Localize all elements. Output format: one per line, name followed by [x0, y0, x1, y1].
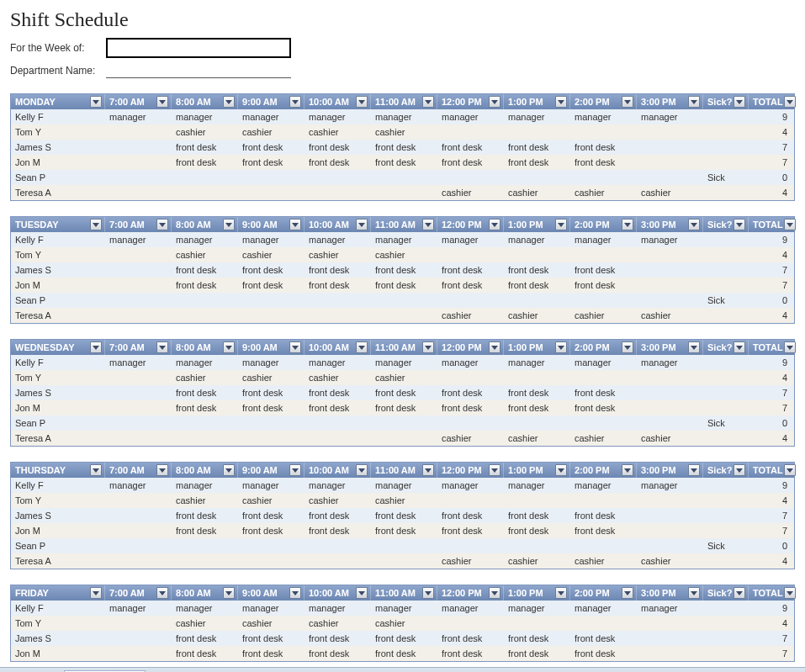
- filter-dropdown-icon[interactable]: [688, 341, 700, 353]
- time-header[interactable]: 3:00 PM: [637, 94, 703, 109]
- shift-cell[interactable]: manager: [637, 232, 703, 247]
- sick-cell[interactable]: [703, 601, 749, 616]
- shift-cell[interactable]: manager: [437, 109, 504, 124]
- time-header[interactable]: 2:00 PM: [570, 217, 637, 232]
- employee-name[interactable]: Tom Y: [11, 616, 105, 631]
- shift-cell[interactable]: manager: [172, 355, 238, 370]
- filter-dropdown-icon[interactable]: [223, 96, 235, 108]
- time-header[interactable]: 8:00 AM: [172, 463, 238, 478]
- filter-dropdown-icon[interactable]: [622, 96, 633, 108]
- employee-name[interactable]: Tom Y: [11, 124, 105, 140]
- filter-dropdown-icon[interactable]: [489, 464, 500, 476]
- shift-cell[interactable]: front desk: [437, 508, 504, 523]
- time-header[interactable]: 7:00 AM: [105, 463, 172, 478]
- shift-cell[interactable]: [172, 293, 238, 308]
- total-cell[interactable]: 9: [749, 478, 798, 493]
- filter-dropdown-icon[interactable]: [223, 219, 235, 230]
- sick-cell[interactable]: [703, 262, 749, 278]
- employee-name[interactable]: Sean P: [11, 415, 105, 431]
- time-header[interactable]: 10:00 AM: [305, 94, 371, 109]
- time-header[interactable]: 10:00 AM: [305, 340, 371, 355]
- sick-cell[interactable]: [703, 478, 749, 493]
- shift-cell[interactable]: [105, 493, 172, 508]
- sick-cell[interactable]: [703, 140, 749, 155]
- time-header[interactable]: 9:00 AM: [238, 217, 305, 232]
- total-cell[interactable]: 9: [749, 601, 798, 616]
- shift-cell[interactable]: manager: [172, 601, 238, 616]
- day-name-header[interactable]: FRIDAY: [11, 585, 105, 601]
- shift-cell[interactable]: [437, 538, 504, 553]
- shift-cell[interactable]: manager: [437, 601, 504, 616]
- shift-cell[interactable]: front desk: [570, 262, 637, 278]
- time-header[interactable]: 11:00 AM: [371, 340, 437, 355]
- shift-cell[interactable]: cashier: [172, 370, 238, 385]
- shift-cell[interactable]: [105, 155, 172, 170]
- filter-dropdown-icon[interactable]: [688, 464, 700, 476]
- filter-dropdown-icon[interactable]: [489, 219, 500, 230]
- shift-cell[interactable]: cashier: [305, 124, 371, 140]
- time-header[interactable]: 7:00 AM: [105, 94, 172, 109]
- shift-cell[interactable]: front desk: [238, 400, 305, 415]
- shift-cell[interactable]: [172, 538, 238, 553]
- shift-cell[interactable]: [437, 370, 504, 385]
- shift-cell[interactable]: [371, 170, 437, 185]
- employee-name[interactable]: Jon M: [11, 278, 105, 293]
- sick-cell[interactable]: [703, 646, 749, 661]
- shift-cell[interactable]: [637, 170, 703, 185]
- filter-dropdown-icon[interactable]: [90, 464, 102, 476]
- total-cell[interactable]: 7: [749, 385, 798, 400]
- filter-dropdown-icon[interactable]: [223, 464, 235, 476]
- shift-cell[interactable]: [504, 293, 570, 308]
- shift-cell[interactable]: [305, 170, 371, 185]
- shift-cell[interactable]: [437, 247, 504, 262]
- shift-cell[interactable]: [570, 493, 637, 508]
- sick-cell[interactable]: [703, 232, 749, 247]
- filter-dropdown-icon[interactable]: [784, 587, 796, 599]
- filter-dropdown-icon[interactable]: [622, 464, 633, 476]
- filter-dropdown-icon[interactable]: [688, 219, 700, 230]
- time-header[interactable]: 9:00 AM: [238, 585, 305, 601]
- total-cell[interactable]: 7: [749, 262, 798, 278]
- shift-cell[interactable]: [371, 538, 437, 553]
- filter-dropdown-icon[interactable]: [784, 464, 796, 476]
- shift-cell[interactable]: cashier: [305, 493, 371, 508]
- shift-cell[interactable]: [105, 646, 172, 661]
- shift-cell[interactable]: manager: [637, 601, 703, 616]
- shift-cell[interactable]: [105, 553, 172, 569]
- time-header[interactable]: 7:00 AM: [105, 217, 172, 232]
- shift-cell[interactable]: manager: [437, 478, 504, 493]
- shift-cell[interactable]: front desk: [238, 278, 305, 293]
- shift-cell[interactable]: cashier: [437, 431, 504, 446]
- shift-cell[interactable]: front desk: [371, 140, 437, 155]
- shift-cell[interactable]: [504, 616, 570, 631]
- filter-dropdown-icon[interactable]: [156, 341, 168, 353]
- time-header[interactable]: 12:00 PM: [437, 94, 504, 109]
- employee-name[interactable]: Sean P: [11, 170, 105, 185]
- shift-cell[interactable]: [637, 262, 703, 278]
- shift-cell[interactable]: [105, 293, 172, 308]
- filter-dropdown-icon[interactable]: [489, 341, 500, 353]
- shift-cell[interactable]: [371, 553, 437, 569]
- shift-cell[interactable]: front desk: [437, 262, 504, 278]
- shift-cell[interactable]: front desk: [504, 155, 570, 170]
- shift-cell[interactable]: cashier: [437, 553, 504, 569]
- shift-cell[interactable]: [105, 400, 172, 415]
- shift-cell[interactable]: front desk: [172, 262, 238, 278]
- dept-input-line[interactable]: [106, 63, 291, 78]
- shift-cell[interactable]: [238, 538, 305, 553]
- shift-cell[interactable]: front desk: [570, 385, 637, 400]
- employee-name[interactable]: Tom Y: [11, 370, 105, 385]
- total-cell[interactable]: 0: [749, 538, 798, 553]
- shift-cell[interactable]: [172, 170, 238, 185]
- shift-cell[interactable]: manager: [570, 601, 637, 616]
- time-header[interactable]: 1:00 PM: [504, 585, 570, 601]
- shift-cell[interactable]: [105, 278, 172, 293]
- shift-cell[interactable]: manager: [437, 355, 504, 370]
- shift-cell[interactable]: front desk: [371, 523, 437, 538]
- shift-cell[interactable]: front desk: [570, 631, 637, 646]
- total-header[interactable]: TOTAL: [749, 340, 798, 355]
- shift-cell[interactable]: [637, 278, 703, 293]
- shift-cell[interactable]: [105, 247, 172, 262]
- shift-cell[interactable]: manager: [105, 232, 172, 247]
- shift-cell[interactable]: front desk: [570, 646, 637, 661]
